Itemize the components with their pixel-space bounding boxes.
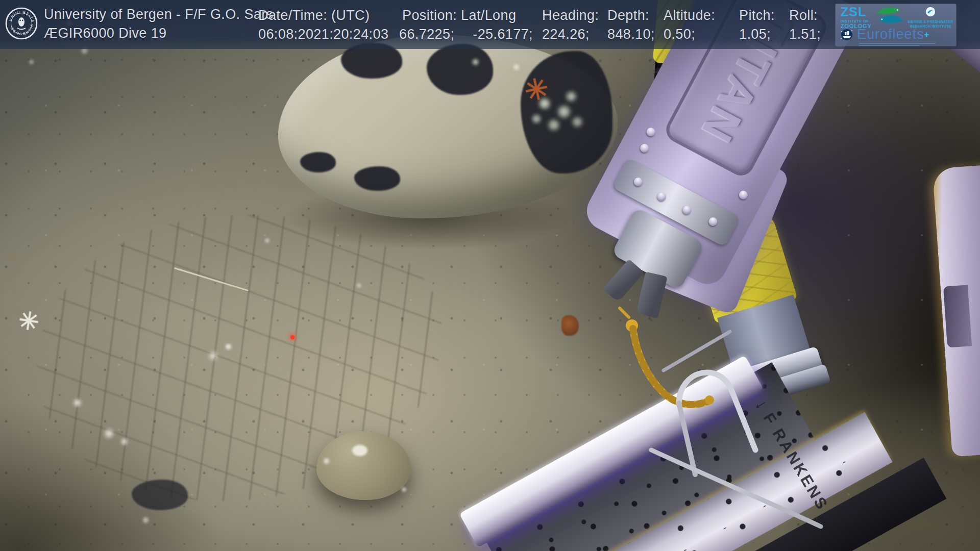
mussel-patch — [300, 152, 336, 172]
telemetry-datetime: Date/Time: (UTC) 06:08:2021:20:24:03 — [258, 6, 388, 44]
mussel-patch — [354, 166, 400, 191]
vessel-title-line1: University of Bergen - F/F G.O. Sars — [44, 5, 274, 24]
zsl-line1: INSTITUTE OF — [841, 19, 872, 23]
dark-sediment-patch — [132, 480, 188, 510]
pitch-value: 1.05; — [739, 25, 775, 44]
zsl-acronym: ZSL — [841, 6, 872, 18]
altitude-value: 0.50; — [664, 25, 715, 44]
eurofleets-name: Eurofleets — [857, 27, 924, 42]
mussel-patch — [427, 44, 493, 95]
vessel-title: University of Bergen - F/F G.O. Sars ÆGI… — [44, 5, 274, 43]
telemetry-heading: Heading: 224.26; — [542, 6, 599, 44]
rust-fragment — [561, 315, 579, 336]
position-long-value: -25.6177; — [473, 25, 533, 44]
telemetry-roll: Roll: 1.51; — [789, 6, 821, 44]
right-edge-skid-notch — [943, 285, 972, 347]
heading-label: Heading: — [542, 6, 599, 25]
two-fish-icon — [874, 5, 905, 27]
telemetry-depth: Depth: 848.10; — [607, 6, 655, 44]
mfri-wave-icon — [925, 6, 936, 17]
partner-logos-panel: ZSL INSTITUTE OF ZOOLOGY MARINE & FRESHW… — [836, 4, 956, 46]
heading-value: 224.26; — [542, 25, 599, 44]
eurofleets-plus: + — [924, 30, 929, 40]
eurofleets-logo: Eurofleets+ — [840, 27, 929, 42]
telemetry-position: Position: Lat/Long 66.7225; -25.6177; — [399, 6, 533, 44]
telemetry-pitch: Pitch: 1.05; — [739, 6, 775, 44]
eurofleets-ship-icon — [840, 28, 854, 42]
vessel-title-line2: ÆGIR6000 Dive 19 — [44, 24, 274, 43]
position-lat-value: 66.7225; — [399, 25, 454, 44]
depth-value: 848.10; — [607, 25, 655, 44]
datetime-label: Date/Time: (UTC) — [258, 6, 388, 25]
round-boulder — [316, 431, 411, 500]
zsl-logo: ZSL INSTITUTE OF ZOOLOGY — [841, 6, 872, 29]
datetime-value: 06:08:2021:20:24:03 — [258, 25, 388, 44]
laser-dot — [290, 335, 295, 339]
mfri-line1: MARINE & FRESHWATER — [907, 20, 954, 23]
telemetry-overlay-bar: UNIVERSITAS BERGENSIS University of Berg… — [0, 0, 980, 49]
roll-value: 1.51; — [789, 25, 821, 44]
roll-label: Roll: — [789, 6, 821, 25]
mussel-patch — [521, 51, 612, 173]
owl-icon — [18, 17, 24, 27]
depth-label: Depth: — [607, 6, 655, 25]
mfri-logo: MARINE & FRESHWATER RESEARCH INSTITUTE — [907, 6, 954, 28]
position-label: Position: Lat/Long — [402, 6, 533, 25]
white-anemone-star: ✳ — [16, 308, 40, 335]
boulder-highlight — [352, 445, 368, 456]
pitch-label: Pitch: — [739, 6, 775, 25]
altitude-label: Altitude: — [664, 6, 715, 25]
university-of-bergen-logo: UNIVERSITAS BERGENSIS — [5, 7, 38, 40]
rov-video-frame: ✳ ✳ ✳ TITAN — [0, 0, 980, 551]
telemetry-altitude: Altitude: 0.50; — [664, 6, 715, 44]
eurofleets-subtext-lines — [859, 42, 936, 47]
